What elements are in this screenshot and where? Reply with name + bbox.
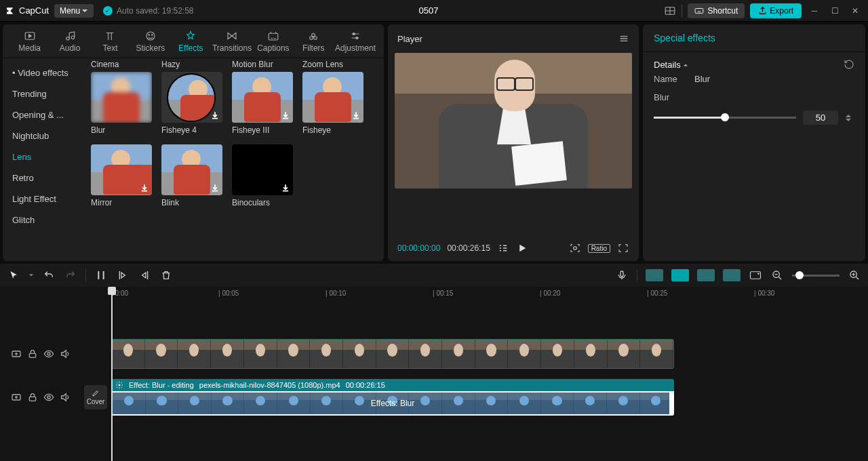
close-button[interactable]: ✕ [848, 3, 863, 18]
stepper-down-icon[interactable] [845, 118, 852, 123]
video-clip-1[interactable]: pexels-mikhail-nilov-8847405 (1080p).mp4… [111, 339, 674, 369]
stepper-up-icon[interactable] [845, 113, 852, 118]
hamburger-icon[interactable] [618, 33, 629, 44]
tab-adjustment[interactable]: Adjustment [334, 27, 377, 56]
preset-mirror[interactable]: Mirror [91, 144, 152, 207]
preset-blur[interactable]: Blur [91, 72, 152, 135]
play-button[interactable] [516, 242, 528, 254]
preset-fisheye-4[interactable]: Fisheye 4 [161, 72, 222, 135]
preset-label: Hazy [161, 60, 222, 69]
clip-frame [640, 340, 673, 368]
maximize-button[interactable]: ☐ [827, 3, 842, 18]
eye-icon[interactable] [43, 348, 54, 359]
preview-viewport[interactable] [395, 53, 632, 188]
timeline-toolbar [0, 264, 868, 287]
tab-filters[interactable]: Filters [294, 27, 334, 56]
time-current: 00:00:00:00 [397, 243, 440, 253]
clip-frame [508, 393, 541, 414]
chevron-down-icon[interactable] [28, 273, 34, 278]
export-button[interactable]: Export [750, 3, 802, 18]
sidebar-item-opening-[interactable]: Opening & ... [3, 104, 88, 125]
preset-binoculars[interactable]: Binoculars [232, 144, 293, 207]
svg-point-19 [758, 273, 760, 275]
ruler-tick: | 00:25 [647, 289, 667, 297]
effects-sidebar: Video effectsTrendingOpening & ...Nightc… [3, 58, 88, 261]
sidebar-item-lens[interactable]: Lens [3, 146, 88, 167]
sidebar-item-nightclub[interactable]: Nightclub [3, 125, 88, 146]
undo-button[interactable] [42, 268, 56, 282]
layout-icon[interactable] [664, 5, 676, 17]
lock-icon[interactable] [27, 348, 38, 359]
delete-tool[interactable] [159, 268, 173, 282]
split-tool[interactable] [94, 268, 108, 282]
reset-icon[interactable] [844, 59, 854, 70]
clip-frame [475, 340, 509, 368]
zoom-thumb[interactable] [795, 271, 804, 279]
eye-icon[interactable] [43, 392, 54, 403]
details-header[interactable]: Details [654, 60, 688, 70]
sidebar-item-light-effect[interactable]: Light Effect [3, 188, 88, 209]
preset-fisheye-iii[interactable]: Fisheye III [232, 72, 293, 135]
zoom-in-button[interactable] [848, 268, 861, 282]
download-icon [210, 111, 220, 120]
redo-button[interactable] [64, 268, 77, 282]
blur-value-input[interactable]: 50 [803, 111, 838, 125]
clip-handle-right[interactable] [669, 393, 673, 414]
preview-toggle-icon[interactable] [749, 268, 762, 282]
effect-clip[interactable]: Effect: Blur - editing pexels-mikhail-ni… [111, 379, 674, 416]
clip-frame [574, 340, 608, 368]
app-name: CapCut [19, 5, 49, 16]
fullscreen-icon[interactable] [617, 242, 629, 254]
svg-rect-17 [620, 271, 623, 277]
align-button[interactable] [723, 269, 741, 281]
pointer-tool[interactable] [7, 268, 20, 282]
slider-thumb[interactable] [721, 113, 729, 121]
sidebar-item-retro[interactable]: Retro [3, 167, 88, 188]
tab-audio[interactable]: Audio [50, 27, 90, 56]
svg-point-6 [149, 34, 150, 35]
zoom-slider[interactable] [792, 275, 840, 277]
shortcut-button[interactable]: Shortcut [688, 3, 745, 18]
autosave-text: Auto saved: 19:52:58 [117, 6, 193, 16]
stepper[interactable] [845, 113, 854, 123]
tab-captions[interactable]: Captions [253, 27, 293, 56]
mic-icon[interactable] [615, 268, 629, 282]
add-track-icon[interactable] [11, 348, 22, 359]
list-icon[interactable] [497, 242, 509, 254]
sidebar-item-video-effects[interactable]: Video effects [3, 62, 88, 83]
zoom-out-button[interactable] [770, 268, 784, 282]
magnet-left-button[interactable] [646, 269, 663, 281]
timeline[interactable]: 00:00| 00:05| 00:10| 00:15| 00:20| 00:25… [0, 287, 868, 461]
preset-blink[interactable]: Blink [161, 144, 222, 207]
inspector-title: Special effects [643, 24, 865, 52]
magnet-center-button[interactable] [671, 269, 689, 281]
effects-grid: CinemaHazyMotion BlurZoom Lens BlurFishe… [88, 58, 384, 261]
frame-capture-icon[interactable] [569, 242, 581, 254]
sidebar-item-glitch[interactable]: Glitch [3, 209, 88, 230]
minimize-button[interactable]: ─ [807, 3, 822, 18]
ratio-button[interactable]: Ratio [588, 244, 610, 253]
svg-point-3 [66, 37, 70, 40]
time-ruler[interactable]: 00:00| 00:05| 00:10| 00:15| 00:20| 00:25… [111, 287, 861, 303]
preset-fisheye[interactable]: Fisheye [302, 72, 363, 135]
speaker-icon[interactable] [60, 392, 71, 403]
transitions-icon [226, 30, 238, 42]
speaker-icon[interactable] [60, 348, 71, 359]
tab-effects[interactable]: Effects [171, 27, 211, 56]
playhead[interactable] [111, 287, 113, 461]
menu-button[interactable]: Menu [54, 4, 94, 18]
tab-text[interactable]: Text [90, 27, 130, 56]
sidebar-item-trending[interactable]: Trending [3, 83, 88, 104]
cover-button[interactable]: Cover [84, 385, 107, 409]
trim-left-tool[interactable] [116, 268, 130, 282]
tab-stickers[interactable]: Stickers [130, 27, 170, 56]
tab-transitions[interactable]: Transitions [211, 27, 253, 56]
tab-media[interactable]: Media [9, 27, 50, 56]
trim-right-tool[interactable] [138, 268, 151, 282]
lock-icon[interactable] [27, 392, 38, 403]
blur-slider[interactable] [654, 117, 796, 119]
magnet-right-button[interactable] [697, 269, 715, 281]
track1-controls [7, 348, 81, 359]
stickers-icon [144, 30, 157, 42]
add-track-icon[interactable] [11, 392, 22, 403]
